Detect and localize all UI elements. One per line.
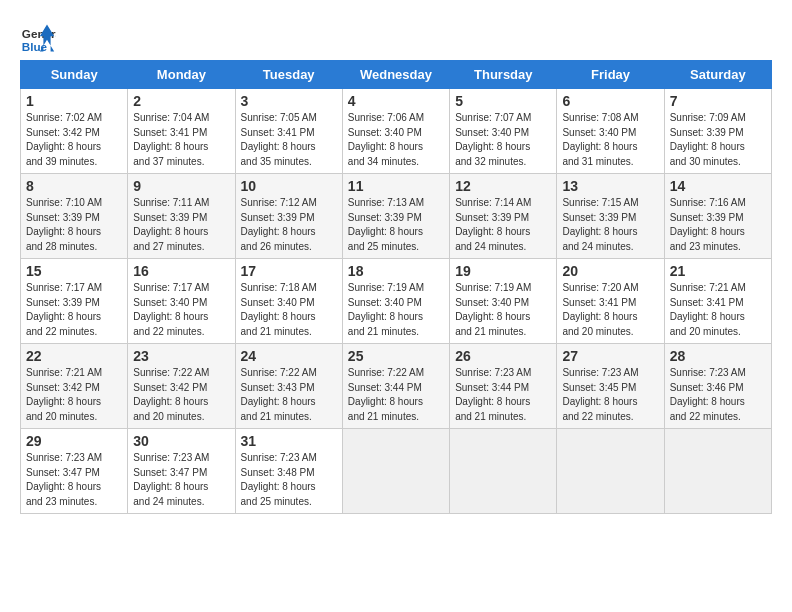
calendar-cell: 10Sunrise: 7:12 AM Sunset: 3:39 PM Dayli… bbox=[235, 174, 342, 259]
day-number: 27 bbox=[562, 348, 658, 364]
day-info: Sunrise: 7:22 AM Sunset: 3:42 PM Dayligh… bbox=[133, 366, 229, 424]
day-info: Sunrise: 7:09 AM Sunset: 3:39 PM Dayligh… bbox=[670, 111, 766, 169]
day-number: 12 bbox=[455, 178, 551, 194]
day-number: 28 bbox=[670, 348, 766, 364]
day-number: 14 bbox=[670, 178, 766, 194]
weekday-header-monday: Monday bbox=[128, 61, 235, 89]
calendar-cell: 21Sunrise: 7:21 AM Sunset: 3:41 PM Dayli… bbox=[664, 259, 771, 344]
day-number: 24 bbox=[241, 348, 337, 364]
calendar-cell bbox=[342, 429, 449, 514]
day-info: Sunrise: 7:05 AM Sunset: 3:41 PM Dayligh… bbox=[241, 111, 337, 169]
calendar-cell: 7Sunrise: 7:09 AM Sunset: 3:39 PM Daylig… bbox=[664, 89, 771, 174]
calendar-cell: 11Sunrise: 7:13 AM Sunset: 3:39 PM Dayli… bbox=[342, 174, 449, 259]
calendar-cell: 19Sunrise: 7:19 AM Sunset: 3:40 PM Dayli… bbox=[450, 259, 557, 344]
day-info: Sunrise: 7:02 AM Sunset: 3:42 PM Dayligh… bbox=[26, 111, 122, 169]
day-number: 30 bbox=[133, 433, 229, 449]
day-info: Sunrise: 7:21 AM Sunset: 3:42 PM Dayligh… bbox=[26, 366, 122, 424]
calendar-cell: 4Sunrise: 7:06 AM Sunset: 3:40 PM Daylig… bbox=[342, 89, 449, 174]
weekday-header-thursday: Thursday bbox=[450, 61, 557, 89]
calendar-cell: 22Sunrise: 7:21 AM Sunset: 3:42 PM Dayli… bbox=[21, 344, 128, 429]
day-info: Sunrise: 7:19 AM Sunset: 3:40 PM Dayligh… bbox=[455, 281, 551, 339]
calendar-cell: 30Sunrise: 7:23 AM Sunset: 3:47 PM Dayli… bbox=[128, 429, 235, 514]
calendar-table: SundayMondayTuesdayWednesdayThursdayFrid… bbox=[20, 60, 772, 514]
day-info: Sunrise: 7:10 AM Sunset: 3:39 PM Dayligh… bbox=[26, 196, 122, 254]
day-info: Sunrise: 7:14 AM Sunset: 3:39 PM Dayligh… bbox=[455, 196, 551, 254]
calendar-cell: 17Sunrise: 7:18 AM Sunset: 3:40 PM Dayli… bbox=[235, 259, 342, 344]
week-row-4: 22Sunrise: 7:21 AM Sunset: 3:42 PM Dayli… bbox=[21, 344, 772, 429]
weekday-header-saturday: Saturday bbox=[664, 61, 771, 89]
day-number: 17 bbox=[241, 263, 337, 279]
day-number: 26 bbox=[455, 348, 551, 364]
day-info: Sunrise: 7:23 AM Sunset: 3:47 PM Dayligh… bbox=[133, 451, 229, 509]
calendar-cell: 29Sunrise: 7:23 AM Sunset: 3:47 PM Dayli… bbox=[21, 429, 128, 514]
day-info: Sunrise: 7:18 AM Sunset: 3:40 PM Dayligh… bbox=[241, 281, 337, 339]
calendar-cell: 6Sunrise: 7:08 AM Sunset: 3:40 PM Daylig… bbox=[557, 89, 664, 174]
calendar-cell: 15Sunrise: 7:17 AM Sunset: 3:39 PM Dayli… bbox=[21, 259, 128, 344]
day-info: Sunrise: 7:17 AM Sunset: 3:40 PM Dayligh… bbox=[133, 281, 229, 339]
day-number: 16 bbox=[133, 263, 229, 279]
day-info: Sunrise: 7:23 AM Sunset: 3:46 PM Dayligh… bbox=[670, 366, 766, 424]
day-info: Sunrise: 7:22 AM Sunset: 3:44 PM Dayligh… bbox=[348, 366, 444, 424]
calendar-cell: 27Sunrise: 7:23 AM Sunset: 3:45 PM Dayli… bbox=[557, 344, 664, 429]
logo: General Blue bbox=[20, 20, 56, 56]
week-row-2: 8Sunrise: 7:10 AM Sunset: 3:39 PM Daylig… bbox=[21, 174, 772, 259]
calendar-cell bbox=[664, 429, 771, 514]
day-number: 18 bbox=[348, 263, 444, 279]
calendar-cell: 12Sunrise: 7:14 AM Sunset: 3:39 PM Dayli… bbox=[450, 174, 557, 259]
weekday-header-friday: Friday bbox=[557, 61, 664, 89]
week-row-1: 1Sunrise: 7:02 AM Sunset: 3:42 PM Daylig… bbox=[21, 89, 772, 174]
day-number: 25 bbox=[348, 348, 444, 364]
day-number: 21 bbox=[670, 263, 766, 279]
calendar-cell: 2Sunrise: 7:04 AM Sunset: 3:41 PM Daylig… bbox=[128, 89, 235, 174]
calendar-cell: 1Sunrise: 7:02 AM Sunset: 3:42 PM Daylig… bbox=[21, 89, 128, 174]
day-info: Sunrise: 7:21 AM Sunset: 3:41 PM Dayligh… bbox=[670, 281, 766, 339]
day-info: Sunrise: 7:12 AM Sunset: 3:39 PM Dayligh… bbox=[241, 196, 337, 254]
day-number: 15 bbox=[26, 263, 122, 279]
day-info: Sunrise: 7:11 AM Sunset: 3:39 PM Dayligh… bbox=[133, 196, 229, 254]
day-info: Sunrise: 7:23 AM Sunset: 3:47 PM Dayligh… bbox=[26, 451, 122, 509]
day-number: 29 bbox=[26, 433, 122, 449]
day-number: 13 bbox=[562, 178, 658, 194]
calendar-cell: 23Sunrise: 7:22 AM Sunset: 3:42 PM Dayli… bbox=[128, 344, 235, 429]
calendar-cell: 3Sunrise: 7:05 AM Sunset: 3:41 PM Daylig… bbox=[235, 89, 342, 174]
weekday-header-tuesday: Tuesday bbox=[235, 61, 342, 89]
weekday-header-row: SundayMondayTuesdayWednesdayThursdayFrid… bbox=[21, 61, 772, 89]
day-number: 19 bbox=[455, 263, 551, 279]
calendar-cell: 26Sunrise: 7:23 AM Sunset: 3:44 PM Dayli… bbox=[450, 344, 557, 429]
week-row-3: 15Sunrise: 7:17 AM Sunset: 3:39 PM Dayli… bbox=[21, 259, 772, 344]
weekday-header-sunday: Sunday bbox=[21, 61, 128, 89]
day-number: 2 bbox=[133, 93, 229, 109]
day-info: Sunrise: 7:17 AM Sunset: 3:39 PM Dayligh… bbox=[26, 281, 122, 339]
logo-icon: General Blue bbox=[20, 20, 56, 56]
day-info: Sunrise: 7:23 AM Sunset: 3:48 PM Dayligh… bbox=[241, 451, 337, 509]
day-number: 31 bbox=[241, 433, 337, 449]
calendar-cell: 9Sunrise: 7:11 AM Sunset: 3:39 PM Daylig… bbox=[128, 174, 235, 259]
day-info: Sunrise: 7:13 AM Sunset: 3:39 PM Dayligh… bbox=[348, 196, 444, 254]
weekday-header-wednesday: Wednesday bbox=[342, 61, 449, 89]
day-number: 9 bbox=[133, 178, 229, 194]
day-number: 10 bbox=[241, 178, 337, 194]
calendar-cell: 14Sunrise: 7:16 AM Sunset: 3:39 PM Dayli… bbox=[664, 174, 771, 259]
day-number: 11 bbox=[348, 178, 444, 194]
calendar-cell: 8Sunrise: 7:10 AM Sunset: 3:39 PM Daylig… bbox=[21, 174, 128, 259]
day-number: 6 bbox=[562, 93, 658, 109]
day-info: Sunrise: 7:04 AM Sunset: 3:41 PM Dayligh… bbox=[133, 111, 229, 169]
calendar-cell: 24Sunrise: 7:22 AM Sunset: 3:43 PM Dayli… bbox=[235, 344, 342, 429]
calendar-cell: 31Sunrise: 7:23 AM Sunset: 3:48 PM Dayli… bbox=[235, 429, 342, 514]
day-number: 20 bbox=[562, 263, 658, 279]
calendar-cell: 16Sunrise: 7:17 AM Sunset: 3:40 PM Dayli… bbox=[128, 259, 235, 344]
calendar-cell bbox=[557, 429, 664, 514]
calendar-cell: 20Sunrise: 7:20 AM Sunset: 3:41 PM Dayli… bbox=[557, 259, 664, 344]
calendar-cell: 5Sunrise: 7:07 AM Sunset: 3:40 PM Daylig… bbox=[450, 89, 557, 174]
calendar-cell: 25Sunrise: 7:22 AM Sunset: 3:44 PM Dayli… bbox=[342, 344, 449, 429]
day-info: Sunrise: 7:23 AM Sunset: 3:44 PM Dayligh… bbox=[455, 366, 551, 424]
day-info: Sunrise: 7:15 AM Sunset: 3:39 PM Dayligh… bbox=[562, 196, 658, 254]
day-info: Sunrise: 7:16 AM Sunset: 3:39 PM Dayligh… bbox=[670, 196, 766, 254]
day-info: Sunrise: 7:06 AM Sunset: 3:40 PM Dayligh… bbox=[348, 111, 444, 169]
day-number: 22 bbox=[26, 348, 122, 364]
day-number: 5 bbox=[455, 93, 551, 109]
day-number: 1 bbox=[26, 93, 122, 109]
day-info: Sunrise: 7:22 AM Sunset: 3:43 PM Dayligh… bbox=[241, 366, 337, 424]
day-number: 4 bbox=[348, 93, 444, 109]
day-number: 23 bbox=[133, 348, 229, 364]
